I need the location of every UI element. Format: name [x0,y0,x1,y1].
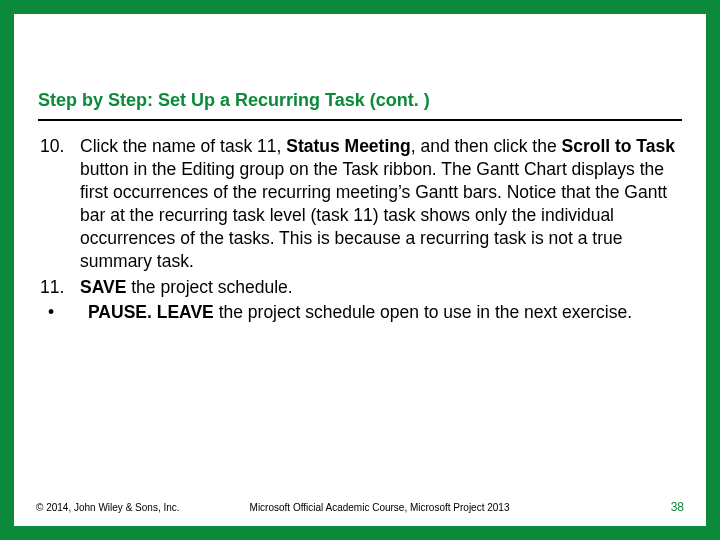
list-text: PAUSE. LEAVE the project schedule open t… [88,301,682,324]
slide-inner: Step by Step: Set Up a Recurring Task (c… [14,14,706,526]
footer: © 2014, John Wiley & Sons, Inc. Microsof… [36,500,684,514]
text-run: Click the name of task 11, [80,136,286,156]
slide-title: Step by Step: Set Up a Recurring Task (c… [38,90,682,111]
text-run: button in the Editing group on the Task … [80,159,667,271]
bold-run: Scroll to Task [561,136,674,156]
slide-frame: Step by Step: Set Up a Recurring Task (c… [0,0,720,540]
text-run: the project schedule open to use in the … [214,302,632,322]
body-text: 10. Click the name of task 11, Status Me… [38,135,682,324]
list-item-11: 11. SAVE the project schedule. [38,276,682,299]
footer-copyright: © 2014, John Wiley & Sons, Inc. [36,502,180,513]
list-item-10: 10. Click the name of task 11, Status Me… [38,135,682,274]
footer-course: Microsoft Official Academic Course, Micr… [180,502,671,513]
text-run: the project schedule. [126,277,292,297]
footer-page-number: 38 [671,500,684,514]
list-marker: 10. [38,135,80,274]
text-run: , and then click the [411,136,562,156]
list-text: SAVE the project schedule. [80,276,682,299]
list-item-bullet: • PAUSE. LEAVE the project schedule open… [38,301,682,324]
bold-run: SAVE [80,277,126,297]
bold-run: PAUSE. LEAVE [88,302,214,322]
list-marker: 11. [38,276,80,299]
list-text: Click the name of task 11, Status Meetin… [80,135,682,274]
bold-run: Status Meeting [286,136,410,156]
bullet-marker: • [38,301,88,324]
title-rule [38,119,682,121]
